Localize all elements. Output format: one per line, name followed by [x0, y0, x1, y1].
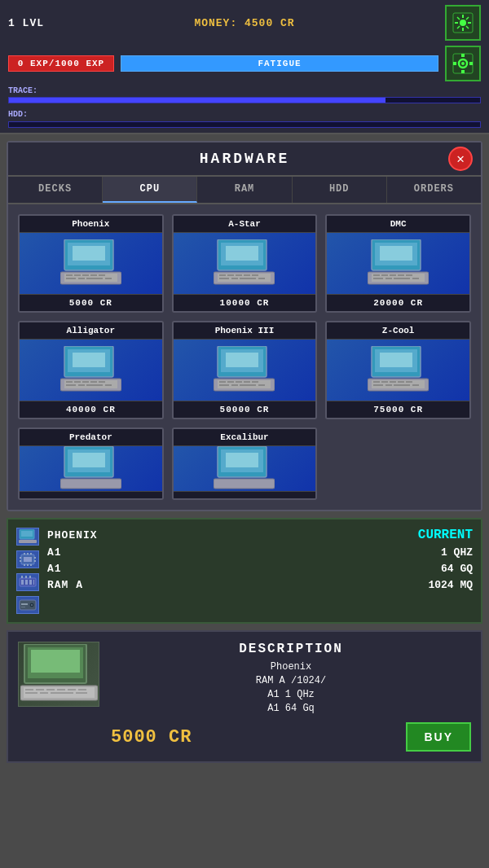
stat-value-2: 1024 MQ	[428, 579, 473, 591]
item-name-predator: Predator	[20, 429, 162, 446]
svg-rect-69	[66, 384, 76, 386]
tabs-container: DECKS CPU RAM HDD ORDERS	[8, 177, 481, 204]
item-name-phoenix: Phoenix	[20, 216, 162, 233]
tab-ram[interactable]: RAM	[197, 177, 292, 203]
buy-button[interactable]: BUY	[406, 722, 471, 752]
svg-rect-55	[373, 278, 383, 279]
trace-progress-bar	[8, 97, 481, 103]
svg-rect-151	[76, 692, 87, 694]
svg-rect-92	[373, 381, 380, 383]
svg-rect-82	[252, 381, 258, 383]
network-icon-button[interactable]	[445, 5, 481, 41]
desc-title: DESCRIPTION	[111, 642, 471, 656]
svg-rect-33	[226, 246, 258, 261]
tab-decks[interactable]: DECKS	[8, 177, 103, 203]
desc-laptop-image	[18, 642, 99, 707]
stat-value-0: 1 QHZ	[441, 546, 473, 559]
item-card-zcool[interactable]: Z-Cool 7	[325, 321, 471, 419]
svg-rect-94	[390, 381, 396, 383]
stat-label-1: A1	[47, 563, 62, 575]
svg-rect-97	[373, 384, 383, 386]
item-price-astar: 10000 CR	[174, 294, 316, 311]
svg-rect-37	[227, 274, 234, 276]
stat-row-2: RAM A 1024 MQ	[47, 579, 473, 591]
svg-rect-23	[74, 274, 81, 276]
svg-rect-13	[461, 54, 465, 57]
stat-row-0: A1 1 QHZ	[47, 546, 473, 559]
item-price-alligator: 40000 CR	[20, 401, 162, 418]
svg-rect-144	[46, 689, 55, 690]
svg-rect-113	[24, 557, 32, 562]
svg-rect-110	[21, 531, 33, 537]
main-panel: HARDWARE ✕ DECKS CPU RAM HDD ORDERS Phoe…	[7, 141, 482, 511]
svg-rect-108	[214, 479, 275, 489]
svg-rect-111	[19, 540, 37, 543]
stat-label-2: RAM A	[47, 579, 83, 591]
item-card-phoenix[interactable]: Phoenix	[18, 214, 164, 313]
svg-rect-56	[385, 278, 392, 279]
selected-name: PHOENIX	[47, 529, 98, 541]
desc-price: 5000 CR	[111, 727, 192, 747]
svg-rect-78	[219, 381, 226, 383]
svg-rect-143	[36, 689, 44, 690]
svg-point-1	[460, 20, 466, 26]
item-card-phoenixiii[interactable]: Phoenix III	[172, 321, 318, 419]
svg-rect-66	[82, 381, 89, 383]
tab-hdd[interactable]: HDD	[293, 177, 387, 203]
svg-rect-125	[21, 580, 24, 585]
stat-label-0: A1	[47, 546, 62, 559]
item-image-astar	[174, 233, 316, 294]
desc-price-row: 5000 CR BUY	[111, 722, 471, 752]
svg-rect-96	[406, 381, 412, 383]
svg-rect-19	[73, 246, 105, 261]
svg-rect-41	[219, 278, 229, 279]
svg-rect-24	[82, 274, 89, 276]
item-image-phoenix	[20, 233, 162, 294]
close-button[interactable]: ✕	[448, 147, 473, 171]
selected-icons	[16, 528, 39, 614]
description-panel: DESCRIPTION Phoenix RAM A /1024/ A1 1 QH…	[7, 630, 482, 763]
item-card-astar[interactable]: A-Star 1	[172, 214, 318, 313]
items-grid: Phoenix	[8, 204, 481, 510]
deck-mini-icon	[16, 528, 39, 546]
svg-rect-57	[394, 278, 410, 279]
tab-orders[interactable]: ORDERS	[387, 177, 481, 203]
settings-icon-button[interactable]	[445, 46, 481, 81]
item-image-phoenixiii	[174, 340, 316, 401]
svg-rect-16	[469, 62, 473, 65]
item-image-predator	[20, 446, 162, 491]
svg-rect-58	[412, 278, 419, 279]
svg-rect-128	[33, 580, 34, 585]
svg-rect-100	[412, 384, 419, 386]
tab-cpu[interactable]: CPU	[103, 177, 197, 203]
svg-rect-86	[258, 384, 265, 386]
selected-status: CURRENT	[418, 528, 473, 542]
svg-rect-47	[380, 246, 412, 261]
item-card-excalibur[interactable]: Excalibur	[172, 427, 318, 500]
trace-label: TRACE:	[8, 86, 37, 95]
item-card-dmc[interactable]: DMC 2000	[325, 214, 471, 313]
item-image-excalibur	[174, 446, 316, 491]
svg-rect-53	[398, 274, 404, 276]
hdd-label: HDD:	[8, 110, 28, 119]
svg-rect-15	[453, 62, 456, 65]
svg-rect-99	[394, 384, 410, 386]
svg-rect-79	[227, 381, 234, 383]
svg-rect-29	[86, 278, 103, 279]
desc-spec2: A1 1 QHz	[111, 689, 471, 700]
svg-rect-139	[31, 650, 80, 673]
svg-rect-146	[68, 689, 76, 690]
svg-rect-147	[78, 689, 86, 690]
item-price-dmc: 20000 CR	[327, 294, 469, 311]
item-image-alligator	[20, 340, 162, 401]
svg-rect-85	[240, 384, 256, 386]
svg-rect-43	[240, 278, 256, 279]
svg-rect-36	[219, 274, 226, 276]
hardware-title: HARDWARE	[200, 151, 289, 167]
svg-point-12	[461, 62, 465, 65]
selected-stats: PHOENIX CURRENT A1 1 QHZ A1 64 GQ RAM A …	[47, 528, 473, 614]
svg-rect-61	[73, 353, 105, 367]
item-card-predator[interactable]: Predator	[18, 427, 164, 500]
item-card-alligator[interactable]: Alligator	[18, 321, 164, 419]
fatigue-bar: FATIGUE	[121, 55, 438, 72]
